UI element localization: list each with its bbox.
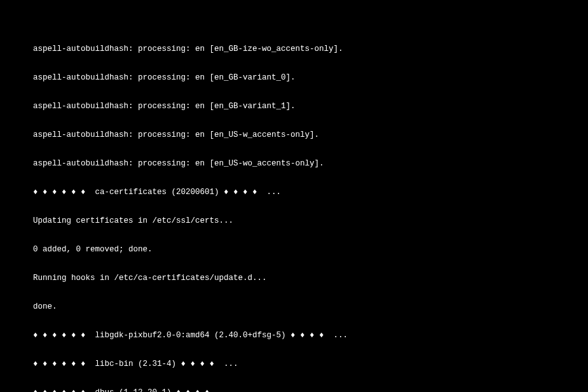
terminal[interactable]: aspell-autobuildhash: processing: en [en…	[0, 0, 588, 392]
log-line: ♦ ♦ ♦ ♦ ♦ ♦ ca-certificates (20200601) ♦…	[33, 188, 588, 197]
log-line: done.	[33, 302, 588, 312]
terminal-output: aspell-autobuildhash: processing: en [en…	[33, 25, 588, 392]
log-line: 0 added, 0 removed; done.	[33, 245, 588, 255]
log-line: aspell-autobuildhash: processing: en [en…	[33, 130, 588, 140]
log-line: aspell-autobuildhash: processing: en [en…	[33, 45, 588, 54]
log-line: ♦ ♦ ♦ ♦ ♦ ♦ libgdk-pixbuf2.0-0:amd64 (2.…	[33, 331, 588, 340]
log-line: aspell-autobuildhash: processing: en [en…	[33, 73, 588, 83]
log-line: aspell-autobuildhash: processing: en [en…	[33, 159, 588, 169]
log-line: ♦ ♦ ♦ ♦ ♦ ♦ libc-bin (2.31-4) ♦ ♦ ♦ ♦ ..…	[33, 360, 588, 369]
log-line: Updating certificates in /etc/ssl/certs.…	[33, 216, 588, 226]
log-line: aspell-autobuildhash: processing: en [en…	[33, 102, 588, 111]
log-line: ♦ ♦ ♦ ♦ ♦ ♦ dbus (1.12.20-1) ♦ ♦ ♦ ♦ ...	[33, 388, 588, 392]
log-line: Running hooks in /etc/ca-certificates/up…	[33, 274, 588, 283]
